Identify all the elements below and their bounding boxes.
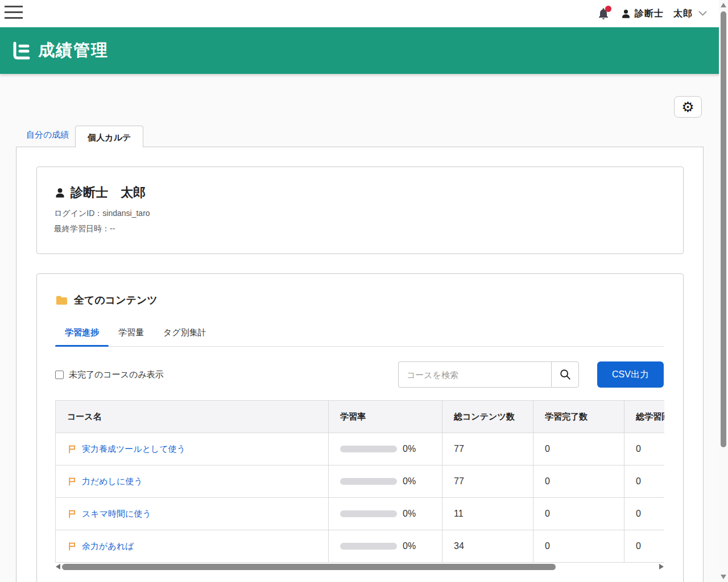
login-id-line: ログインID：sindansi_taro (54, 209, 666, 219)
scroll-up-arrow[interactable] (721, 3, 726, 7)
incomplete-only-checkbox[interactable] (55, 371, 64, 379)
topbar-user-name[interactable]: 診断士 太郎 (635, 8, 693, 20)
table-row: 余力があれば 0% 34 0 0 (56, 530, 665, 563)
progress-percent: 0% (403, 476, 416, 487)
app-header: 成績管理 (0, 27, 728, 74)
col-learning-rate: 学習率 (329, 401, 442, 433)
contents-title: 全てのコンテンツ (74, 293, 158, 307)
user-icon (621, 9, 631, 19)
user-card: 診断士 太郎 ログインID：sindansi_taro 最終学習日時：-- (36, 167, 684, 254)
flag-icon (67, 444, 77, 454)
total-study-value: 0 (624, 433, 665, 465)
table-row: 力だめしに使う 0% 77 0 0 (56, 465, 665, 498)
course-link[interactable]: 力だめしに使う (82, 476, 143, 487)
total-contents-value: 34 (442, 530, 533, 563)
scroll-left-arrow[interactable] (56, 564, 60, 569)
vertical-scrollbar (719, 0, 728, 582)
settings-button[interactable]: ⚙ (674, 96, 702, 118)
csv-export-button[interactable]: CSV出力 (597, 361, 664, 388)
progress-percent: 0% (403, 444, 416, 454)
table-row: 実力養成ツールとして使う 0% 77 0 0 (56, 433, 665, 465)
chevron-down-icon[interactable] (698, 11, 707, 16)
page-title: 成績管理 (38, 39, 109, 62)
horizontal-scroll-thumb[interactable] (62, 564, 556, 570)
progress-percent: 0% (403, 541, 416, 551)
grades-icon (10, 40, 32, 61)
col-total-contents: 総コンテンツ数 (442, 401, 533, 433)
contents-card: 全てのコンテンツ 学習進捗 学習量 タグ別集計 未完了のコースのみ表示 (36, 273, 684, 582)
search-icon (559, 368, 572, 381)
tab-tag-summary[interactable]: タグ別集計 (154, 323, 216, 346)
notification-bell-icon[interactable] (597, 7, 610, 20)
progress-bar (340, 446, 397, 452)
completed-value: 0 (533, 433, 624, 465)
course-table-body: 実力養成ツールとして使う 0% 77 0 0 力だめしに使う 0% (56, 433, 665, 563)
col-total-study: 総学習回数 (624, 401, 665, 433)
course-table: コース名 学習率 総コンテンツ数 学習完了数 総学習回数 実力養成ツールとして使… (55, 400, 664, 563)
incomplete-only-label: 未完了のコースのみ表示 (69, 369, 164, 380)
course-search-group (398, 361, 579, 388)
progress-bar (340, 543, 397, 550)
scroll-down-arrow[interactable] (721, 575, 726, 579)
content-area: ⚙ 自分の成績 個人カルテ 診断士 太郎 ログインID：sindansi_tar… (0, 74, 728, 582)
scroll-right-arrow[interactable] (659, 564, 664, 569)
course-link[interactable]: スキマ時間に使う (82, 509, 151, 519)
hamburger-menu-icon[interactable] (5, 6, 23, 22)
folder-icon (55, 294, 68, 306)
page-tabs: 自分の成績 個人カルテ (16, 126, 143, 147)
total-study-value: 0 (624, 465, 665, 498)
total-study-value: 0 (624, 530, 665, 563)
search-button[interactable] (551, 361, 579, 388)
horizontal-scrollbar (55, 563, 664, 571)
total-contents-value: 77 (442, 433, 533, 465)
total-contents-value: 77 (442, 465, 533, 498)
completed-value: 0 (533, 498, 624, 530)
person-icon (54, 187, 66, 199)
user-card-name: 診断士 太郎 (71, 184, 146, 201)
flag-icon (67, 541, 77, 551)
completed-value: 0 (533, 530, 624, 563)
progress-bar (340, 478, 397, 485)
topbar: 診断士 太郎 (0, 0, 728, 27)
main-panel: 診断士 太郎 ログインID：sindansi_taro 最終学習日時：-- 全て… (16, 147, 704, 582)
course-link[interactable]: 余力があれば (82, 541, 134, 552)
progress-bar (340, 510, 397, 517)
course-search-input[interactable] (398, 361, 551, 388)
topbar-right: 診断士 太郎 (597, 0, 707, 27)
tab-learning-volume[interactable]: 学習量 (109, 323, 154, 346)
notification-badge (605, 6, 611, 12)
table-controls: 未完了のコースのみ表示 CSV出力 (55, 361, 664, 388)
tab-personal-record[interactable]: 個人カルテ (75, 126, 143, 147)
last-study-line: 最終学習日時：-- (54, 224, 666, 234)
contents-tabs: 学習進捗 学習量 タグ別集計 (55, 323, 664, 347)
total-study-value: 0 (624, 498, 665, 530)
tab-my-grades[interactable]: 自分の成績 (16, 130, 75, 147)
course-link[interactable]: 実力養成ツールとして使う (82, 444, 185, 455)
completed-value: 0 (533, 465, 624, 498)
flag-icon (67, 476, 77, 487)
course-table-wrap: コース名 学習率 総コンテンツ数 学習完了数 総学習回数 実力養成ツールとして使… (55, 400, 664, 571)
table-row: スキマ時間に使う 0% 11 0 0 (56, 498, 665, 530)
col-completed: 学習完了数 (533, 401, 624, 433)
tab-learning-progress[interactable]: 学習進捗 (55, 323, 109, 346)
table-header-row: コース名 学習率 総コンテンツ数 学習完了数 総学習回数 (56, 401, 665, 433)
gear-icon: ⚙ (681, 100, 694, 114)
total-contents-value: 11 (442, 498, 533, 530)
flag-icon (67, 509, 77, 519)
vertical-scroll-thumb[interactable] (721, 11, 726, 447)
col-course-name: コース名 (56, 401, 329, 433)
progress-percent: 0% (403, 509, 416, 519)
